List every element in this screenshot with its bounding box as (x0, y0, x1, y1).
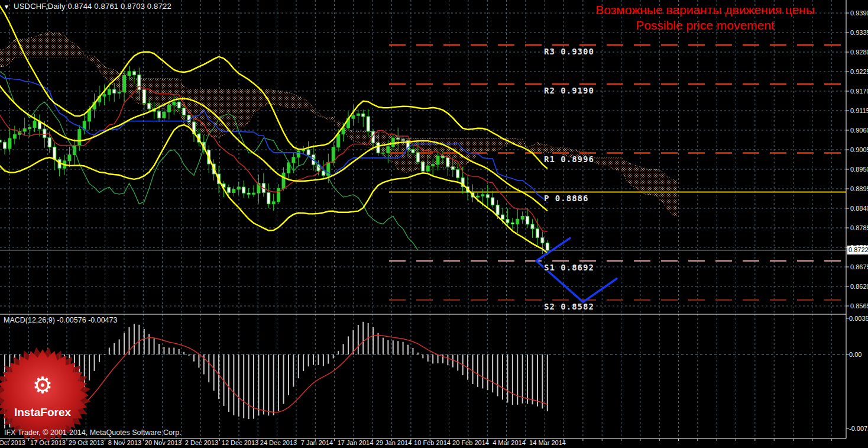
date-axis-label: 24 Dec 2013 (260, 439, 297, 446)
date-axis-label: 20 Nov 2013 (145, 439, 182, 446)
date-axis-label: 29 Jan 2014 (376, 439, 412, 446)
date-axis-label: 4 Mar 2014 (493, 439, 526, 446)
price-movement-annotation: Возможные варианты движения цены Possibl… (588, 2, 822, 33)
symbol-dropdown-icon[interactable]: ▼ (4, 4, 9, 10)
date-axis-label: 12 Dec 2013 (222, 439, 258, 446)
price-axis-label: 0.8675 (850, 263, 868, 270)
price-axis-label: 0.8785 (850, 224, 868, 231)
macd-indicator-label: MACD(12,26,9) -0.00576 -0.00473 (4, 316, 117, 324)
price-axis-label: 0.9390 (850, 9, 868, 17)
date-axis-label: 29 Oct 2013 (69, 439, 104, 446)
date-axis-label: 17 Jan 2014 (338, 439, 374, 446)
price-axis-label: 0.9005 (850, 146, 868, 153)
date-axis-label: 14 Mar 2014 (529, 439, 566, 446)
price-axis-label: 0.8840 (850, 205, 868, 212)
date-axis-label: 17 Oct 2013 (30, 439, 66, 446)
date-axis-label: 7 Oct 2013 (0, 439, 25, 446)
date-axis-label: 20 Feb 2014 (452, 439, 489, 446)
kijun-sen (0, 35, 548, 202)
price-axis-label: 0.9170 (850, 88, 868, 95)
price-pane[interactable] (0, 0, 846, 302)
price-axis-label: 0.8950 (850, 166, 868, 173)
mt4-chart-window: ⚙InstaForex0.93900.93350.92800.92250.917… (0, 0, 868, 448)
copyright-text: IFX Trader, © 2001-2014, MetaQuotes Soft… (4, 428, 182, 437)
price-axis-label: 0.8895 (850, 185, 868, 192)
macd-axis-label: 0.00 (849, 351, 861, 358)
date-axis-label: 7 Jan 2014 (301, 439, 333, 446)
chart-title-ohlc: USDCHF,Daily 0.8744 0.8761 0.8703 0.8722 (14, 2, 171, 11)
bollinger-middle (0, 34, 548, 211)
pivot-label-S2: S2 0.8582 (544, 302, 594, 311)
price-axis-label: 0.9115 (850, 107, 868, 114)
annotation-line-en: Possible price movement (588, 18, 822, 33)
price-axis-label: 0.9225 (850, 68, 868, 75)
annotation-line-ru: Возможные варианты движения цены (588, 2, 822, 18)
gear-icon: ⚙ (33, 372, 53, 398)
price-axis-label: 0.9280 (850, 49, 868, 56)
price-axis-label: 0.9335 (850, 29, 868, 36)
pivot-label-S1: S1 0.8692 (544, 263, 594, 272)
price-axis-label: 0.8620 (850, 283, 868, 290)
macd-axis-label: -0.00726 (849, 425, 868, 432)
logo-text: InstaForex (14, 406, 72, 418)
date-axis-label: 8 Nov 2013 (108, 439, 141, 446)
pivot-label-P: P 0.8886 (544, 194, 588, 203)
macd-axis-label: 0.00356 (849, 315, 868, 322)
chart-title-bar: ▼USDCHF,Daily 0.8744 0.8761 0.8703 0.872… (4, 2, 171, 11)
current-price-tag: 0.8722 (847, 246, 868, 254)
pivot-label-R1: R1 0.8996 (544, 154, 594, 164)
price-axis-label: 0.9060 (850, 127, 868, 134)
ichimoku-cloud (0, 32, 677, 217)
macd-pane[interactable] (0, 322, 846, 428)
pivot-label-R3: R3 0.9300 (544, 47, 594, 56)
chart-canvas[interactable]: ⚙InstaForex0.93900.93350.92800.92250.917… (0, 0, 868, 448)
pane-frame (0, 0, 846, 441)
date-axis-label: 2 Dec 2013 (185, 439, 218, 446)
pivot-label-R2: R2 0.9190 (544, 86, 594, 95)
date-axis-label: 10 Feb 2014 (414, 439, 451, 446)
price-axis-label: 0.8565 (850, 302, 868, 310)
